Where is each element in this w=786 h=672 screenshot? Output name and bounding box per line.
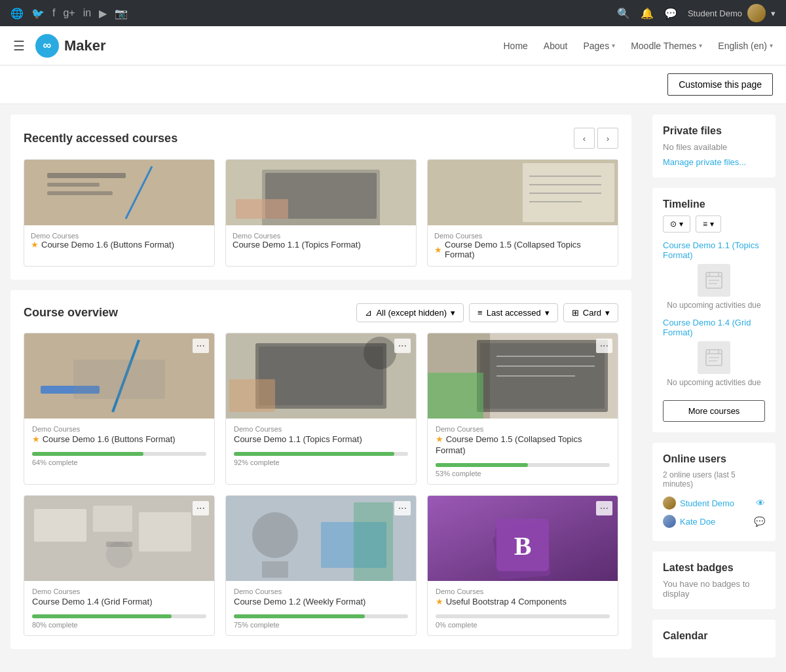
clock-icon: ⊙ [670,219,677,229]
calendar-panel: Calendar [652,620,776,658]
nav-home[interactable]: Home [504,41,528,51]
bell-icon[interactable]: 🔔 [641,7,654,20]
recently-accessed-cards: Demo Courses ★ Course Demo 1.6 (Buttons … [24,159,618,267]
sidebar: Private files No files available Manage … [642,104,786,672]
nav-language[interactable]: English (en) ▾ [718,41,773,51]
svg-rect-39 [106,542,132,547]
course-card-0-img: ··· [24,333,214,419]
manage-private-files-link[interactable]: Manage private files... [663,157,765,167]
latest-badges-panel: Latest badges You have no badges to disp… [652,551,776,609]
recent-card-2-name: ★ Course Demo 1.5 (Collapsed Topics Form… [434,240,611,259]
svg-text:B: B [514,531,532,561]
search-icon[interactable]: 🔍 [617,7,630,20]
course-card-4-name: Course Demo 1.2 (Weekly Format) [234,597,408,608]
course-card-3[interactable]: ··· Demo Courses Course Demo 1.4 (Grid F… [24,495,215,636]
course-card-1-menu[interactable]: ··· [394,339,411,353]
course-card-5[interactable]: B ··· Demo Courses ★ Useful Bootstrap 4 … [427,495,618,636]
nav-moodle-themes[interactable]: Moodle Themes ▾ [631,41,702,51]
svg-rect-29 [428,373,483,419]
online-users-title: Online users [663,453,765,465]
nav-pages[interactable]: Pages ▾ [583,41,615,51]
course-card-0-body: Demo Courses ★ Course Demo 1.6 (Buttons … [24,419,214,473]
progress-text-3: 80% complete [32,621,206,629]
language-caret: ▾ [770,42,773,49]
progress-text-0: 64% complete [32,458,206,466]
logo-icon: ∞ [35,34,59,58]
facebook-icon[interactable]: f [52,7,55,19]
logo: ∞ Maker [35,34,106,58]
pages-caret: ▾ [612,42,615,49]
svg-rect-8 [236,199,288,219]
google-plus-icon[interactable]: g+ [63,7,75,19]
moodle-themes-caret: ▾ [699,42,702,49]
svg-rect-37 [139,512,191,551]
more-courses-button[interactable]: More courses [663,400,765,422]
progress-bar-0 [32,452,206,456]
online-user-1: Kate Doe 💬 [663,512,765,531]
timeline-course-1-name[interactable]: Course Demo 1.4 (Grid Format) [663,318,765,337]
customize-page-button[interactable]: Customise this page [667,73,773,96]
progress-fill-2 [436,463,528,467]
course-card-0-menu[interactable]: ··· [193,339,209,353]
recent-card-1-name: Course Demo 1.1 (Topics Format) [233,240,409,250]
svg-rect-1 [47,173,126,178]
twitter-icon[interactable]: 🐦 [31,7,45,20]
youtube-icon[interactable]: ▶ [99,7,107,20]
next-arrow[interactable]: › [597,128,618,149]
timeline-filter-btn[interactable]: ⊙ ▾ [663,215,690,233]
recent-card-1[interactable]: Demo Courses Course Demo 1.1 (Topics For… [225,159,417,267]
view-button[interactable]: ⊞ Card ▾ [563,303,618,322]
course-overview-section: Course overview ⊿ All (except hidden) ▾ … [10,290,631,649]
course-card-2-menu[interactable]: ··· [596,339,612,353]
timeline-course-0-name[interactable]: Course Demo 1.1 (Topics Format) [663,240,765,260]
nav-bar: ☰ ∞ Maker Home About Pages ▾ Moodle Them… [0,26,786,65]
timeline-title: Timeline [663,198,765,210]
prev-arrow[interactable]: ‹ [574,128,595,149]
course-card-0[interactable]: ··· Demo Courses ★ Course Demo 1.6 (Butt… [24,333,215,485]
globe-icon[interactable]: 🌐 [10,7,24,20]
recently-accessed-section: Recently accessed courses ‹ › [10,115,631,280]
progress-fill-0 [32,452,143,456]
sort-button[interactable]: ≡ Last accessed ▾ [469,303,558,322]
svg-point-43 [252,512,298,558]
svg-rect-35 [34,509,86,542]
filter-button[interactable]: ⊿ All (except hidden) ▾ [356,303,464,322]
instagram-icon[interactable]: 📷 [115,7,128,20]
timeline-controls: ⊙ ▾ ≡ ▾ [663,215,765,233]
view-label: Card [583,308,601,318]
grid-icon: ⊞ [572,308,579,318]
avatar [747,4,766,22]
linkedin-icon[interactable]: in [83,7,91,19]
recently-accessed-header: Recently accessed courses ‹ › [24,128,618,149]
course-card-4-menu[interactable]: ··· [394,501,411,515]
recent-card-0-body: Demo Courses ★ Course Demo 1.6 (Buttons … [24,225,214,256]
svg-point-24 [364,337,396,369]
filter-label: All (except hidden) [376,308,447,318]
hamburger-menu[interactable]: ☰ [13,38,25,54]
timeline-sort-btn[interactable]: ≡ ▾ [696,215,721,233]
progress-fill-4 [234,614,365,618]
course-card-3-menu[interactable]: ··· [193,501,209,515]
nav-about[interactable]: About [544,41,568,51]
online-user-1-name[interactable]: Kate Doe [663,515,715,528]
online-count: 2 online users (last 5 minutes) [663,470,765,489]
course-card-3-cat: Demo Courses [32,588,206,595]
user-menu[interactable]: Student Demo ▾ [688,4,776,22]
recent-card-0[interactable]: Demo Courses ★ Course Demo 1.6 (Buttons … [24,159,215,267]
course-card-1-name: Course Demo 1.1 (Topics Format) [234,434,408,445]
course-card-4[interactable]: ··· Demo Courses Course Demo 1.2 (Weekly… [225,495,417,636]
course-card-2-cat: Demo Courses [436,425,610,433]
online-user-0-name[interactable]: Student Demo [663,496,734,510]
course-card-2[interactable]: ··· Demo Courses ★ Course Demo 1.5 (Coll… [427,333,618,485]
course-card-5-menu[interactable]: ··· [596,501,612,515]
overview-controls: ⊿ All (except hidden) ▾ ≡ Last accessed … [356,303,618,322]
recent-card-2[interactable]: Demo Courses ★ Course Demo 1.5 (Collapse… [427,159,618,267]
view-caret: ▾ [605,308,610,318]
timeline-sort-caret: ▾ [710,219,714,229]
course-card-5-cat: Demo Courses [436,588,610,595]
course-card-4-img: ··· [226,496,416,581]
chat-icon[interactable]: 💬 [664,7,677,20]
course-card-1[interactable]: ··· Demo Courses Course Demo 1.1 (Topics… [225,333,417,485]
sort-label: Last accessed [487,308,541,318]
chat-bubble-icon: 💬 [754,516,765,527]
